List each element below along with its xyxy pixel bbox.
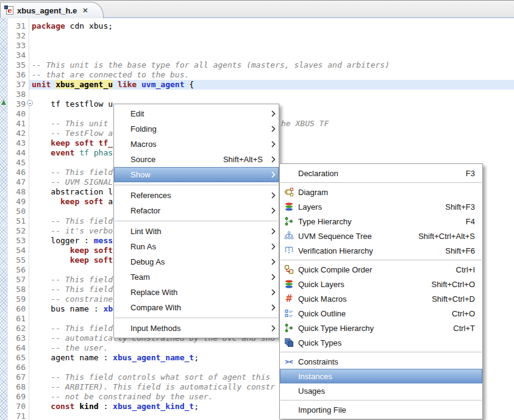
menu-item-input-methods[interactable]: Input Methods: [114, 321, 279, 336]
code-line[interactable]: tf testflow u: [32, 99, 113, 109]
menu-item-macros[interactable]: Macros: [114, 137, 279, 152]
editor-tab[interactable]: e xbus_agent_h.e ✕: [0, 2, 104, 18]
code-line[interactable]: unit xbus_agent_u like uvm_agent {: [32, 80, 194, 90]
application-window: e xbus_agent_h.e ✕ 313233343536373839404…: [0, 0, 514, 420]
menu-item-label: Declaration: [298, 169, 338, 178]
code-text: -- that are connected to the bus.: [32, 70, 189, 79]
menu-item-declaration[interactable]: DeclarationF3: [280, 166, 482, 180]
outline-icon: [284, 308, 294, 318]
line-number: 57: [8, 275, 26, 285]
menu-item-uvm-sequence-tree[interactable]: UVM Sequence TreeShift+Ctrl+Alt+S: [280, 229, 482, 243]
code-line[interactable]: keep soft: [32, 255, 113, 265]
annotation-ruler: [0, 18, 8, 420]
code-line[interactable]: keep soft: [32, 246, 113, 255]
menu-item-importing-file[interactable]: Importing File: [280, 402, 482, 417]
menu-item-folding[interactable]: Folding: [114, 121, 279, 137]
menu-item-label: Constraints: [298, 357, 338, 366]
menu-item-team[interactable]: Team: [114, 269, 279, 285]
menu-item-debug-as[interactable]: Debug As: [114, 254, 279, 269]
line-number: 59: [8, 294, 26, 304]
code-line[interactable]: -- This unit is the base type for all ag…: [32, 60, 390, 70]
code-line[interactable]: -- that are connected to the bus.: [32, 70, 189, 80]
code-line[interactable]: -- not be constrained by the user.: [32, 392, 213, 402]
line-number: 54: [8, 246, 26, 255]
code-line[interactable]: -- This field: [32, 168, 113, 177]
menu-item-label: Quick Type Hierarchy: [298, 324, 374, 333]
menu-item-label: Run As: [130, 242, 156, 251]
menu-item-quick-compile-order[interactable]: Quick Compile OrderCtrl+I: [280, 262, 482, 277]
submenu-arrow-icon: [268, 171, 279, 178]
menu-item-quick-types[interactable]: Quick Types: [280, 335, 482, 350]
menu-item-replace-with[interactable]: Replace With: [114, 285, 279, 300]
menu-item-show[interactable]: Show: [114, 167, 279, 182]
menu-item-constraints[interactable]: ><Constraints: [280, 354, 482, 369]
code-line[interactable]: -- UVM SIGNAL: [32, 177, 113, 187]
menu-item-verification-hierarchy[interactable]: Verification HierarchyShift+F6: [280, 243, 482, 258]
menu-item-label: Type Hierarchy: [298, 217, 351, 226]
menu-item-type-hierarchy[interactable]: Type HierarchyF4: [280, 214, 482, 229]
code-text: -- the user.: [32, 343, 108, 352]
svg-text:e: e: [8, 7, 12, 15]
line-number: 71: [8, 411, 26, 420]
code-line[interactable]: abstraction l: [32, 187, 113, 197]
code-text: -- This unit is the base type for all ag…: [32, 60, 390, 69]
menu-item-references[interactable]: References: [114, 188, 279, 203]
menu-item-quick-outline[interactable]: Quick OutlineCtrl+O: [280, 306, 482, 321]
code-line[interactable]: -- it's verbo: [32, 226, 113, 236]
menu-item-run-as[interactable]: Run As: [114, 239, 279, 254]
menu-shortcut: Shift+F6: [445, 246, 482, 255]
line-number: 37: [8, 80, 26, 90]
menu-item-label: References: [130, 191, 171, 200]
code-line[interactable]: keep soft a: [32, 197, 113, 207]
menu-item-instances[interactable]: Instances: [280, 369, 482, 383]
menu-item-source[interactable]: SourceShift+Alt+S: [114, 152, 279, 167]
line-number: 32: [8, 31, 26, 41]
line-number: 64: [8, 343, 26, 353]
code-text: [113, 80, 118, 89]
menu-item-label: Quick Macros: [298, 294, 346, 304]
menu-item-layers[interactable]: LayersShift+F3: [280, 199, 482, 214]
line-number: 31: [8, 21, 26, 31]
code-line[interactable]: -- the user.: [32, 343, 108, 353]
code-text: -- This field: [32, 285, 113, 294]
code-line[interactable]: const kind : xbus_agent_kind_t;: [32, 402, 199, 411]
code-text: agent name :: [32, 353, 113, 362]
line-number: 49: [8, 197, 26, 207]
code-text: tf testflow u: [32, 99, 113, 109]
code-text: -- ARBITER). This field is automatically…: [32, 382, 275, 391]
code-line[interactable]: package cdn xbus;: [32, 21, 113, 31]
menu-item-diagram[interactable]: Diagram: [280, 185, 482, 199]
code-line[interactable]: event tf phas: [32, 148, 113, 158]
code-line[interactable]: -- TestFlow a: [32, 129, 113, 138]
fold-collapse-icon[interactable]: [27, 100, 33, 106]
menu-item-quick-type-hierarchy[interactable]: Quick Type HierarchyCtrl+T: [280, 321, 482, 335]
code-line[interactable]: -- ARBITER). This field is automatically…: [32, 382, 275, 392]
constraints-icon: ><: [284, 357, 294, 366]
line-number: 34: [8, 51, 26, 60]
menu-shortcut: Ctrl+T: [453, 324, 482, 333]
code-line[interactable]: logger : mess: [32, 236, 113, 246]
code-line[interactable]: -- constraine: [32, 294, 113, 304]
line-number: 50: [8, 207, 26, 216]
menu-shortcut: Ctrl+I: [456, 265, 482, 274]
menu-item-edit[interactable]: Edit: [114, 106, 279, 121]
menu-item-compare-with[interactable]: Compare With: [114, 300, 279, 315]
menu-item-refactor[interactable]: Refactor: [114, 203, 279, 218]
code-line[interactable]: keep soft tf_: [32, 138, 113, 148]
code-line[interactable]: agent name : xbus_agent_name_t;: [32, 353, 199, 363]
line-number: 41: [8, 119, 26, 129]
menu-item-usages[interactable]: Usages: [280, 383, 482, 398]
code-line[interactable]: -- This field controls what sort of agen…: [32, 372, 275, 382]
code-text: -- This field: [32, 216, 113, 226]
code-line[interactable]: -- This field: [32, 216, 113, 226]
code-line[interactable]: -- This field: [32, 285, 113, 294]
close-icon[interactable]: ✕: [82, 7, 88, 15]
menu-item-label: Lint With: [130, 227, 162, 236]
code-text: -- This unit: [32, 119, 108, 128]
code-line[interactable]: -- This field: [32, 275, 113, 285]
line-number: 67: [8, 372, 26, 382]
menu-item-quick-macros[interactable]: #Quick MacrosShift+Ctrl+D: [280, 291, 482, 306]
menu-item-lint-with[interactable]: Lint With: [114, 224, 279, 239]
menu-item-quick-layers[interactable]: Quick LayersShift+Ctrl+O: [280, 277, 482, 291]
code-line[interactable]: -- This unithe XBUS TF: [32, 119, 108, 129]
